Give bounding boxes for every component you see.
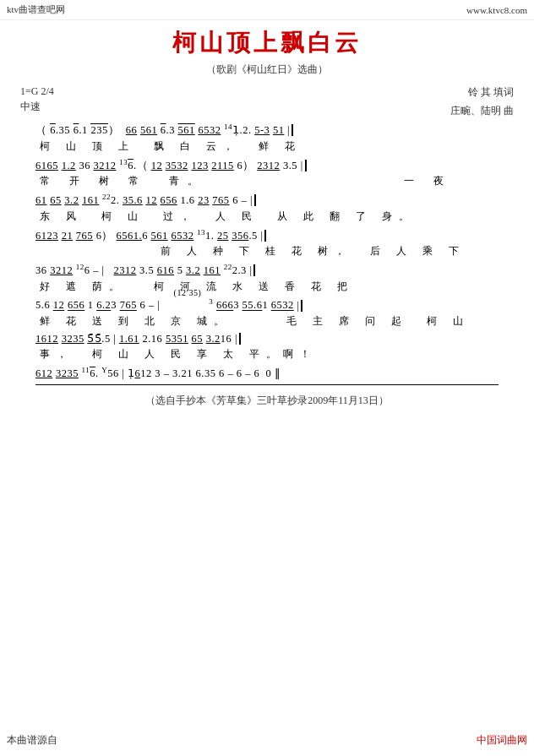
tempo-block: 1=G 2/4 中速 bbox=[20, 84, 54, 114]
score-section: （ 6.35 6.1 235） 66 561 6.3 561 6532 141̣… bbox=[20, 122, 514, 385]
page-title: 柯山顶上飘白云 bbox=[20, 27, 514, 59]
meta-row: 1=G 2/4 中速 铃 其 填词 庄畹、陆明 曲 bbox=[20, 84, 514, 120]
site-name-left: ktv曲谱查吧网 bbox=[7, 3, 65, 16]
footer-right: 中国词曲网 bbox=[477, 733, 527, 748]
footer-left: 本曲谱源自 bbox=[7, 733, 57, 748]
tempo-line2: 中速 bbox=[20, 99, 54, 114]
author-block: 铃 其 填词 庄畹、陆明 曲 bbox=[450, 84, 514, 120]
main-content: 柯山顶上飘白云 （歌剧《柯山红日》选曲） 1=G 2/4 中速 铃 其 填词 庄… bbox=[0, 20, 534, 415]
tempo-line1: 1=G 2/4 bbox=[20, 84, 54, 99]
author-line2: 庄畹、陆明 曲 bbox=[450, 102, 514, 121]
footer-link[interactable]: 中国词曲网 bbox=[477, 734, 527, 746]
subtitle: （歌剧《柯山红日》选曲） bbox=[20, 63, 514, 77]
footer-note: （选自手抄本《芳草集》三叶草抄录2009年11月13日） bbox=[20, 394, 514, 408]
header: ktv曲谱查吧网 www.ktvc8.com bbox=[0, 0, 534, 20]
footer-bar: 本曲谱源自 中国词曲网 bbox=[0, 728, 534, 751]
author-line1: 铃 其 填词 bbox=[450, 84, 514, 102]
site-name-right: www.ktvc8.com bbox=[466, 5, 527, 15]
